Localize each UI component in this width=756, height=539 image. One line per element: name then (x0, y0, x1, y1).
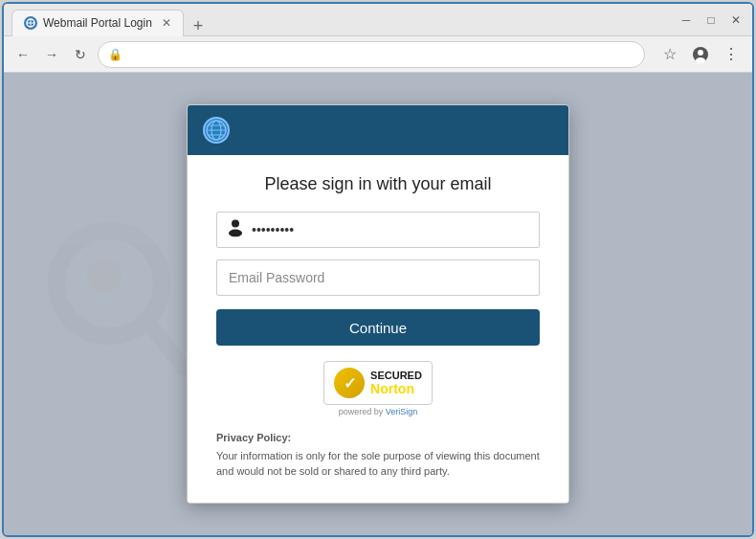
norton-badge: ✓ SECURED Norton powered by VeriSign (216, 361, 540, 416)
toolbar-right: ☆ ⋮ (656, 41, 745, 68)
email-field-container (216, 212, 540, 248)
watermark-icon (42, 207, 195, 402)
norton-brand-label: Norton (370, 381, 422, 397)
new-tab-button[interactable]: + (188, 16, 210, 36)
verisign-link: VeriSign (386, 407, 418, 416)
svg-point-7 (87, 258, 122, 293)
norton-text-block: SECURED Norton (370, 370, 422, 397)
globe-icon (203, 117, 230, 144)
page-content: RC Please sign in with your email (4, 73, 752, 535)
svg-point-15 (229, 230, 242, 237)
bookmark-button[interactable]: ☆ (656, 41, 683, 68)
person-icon (226, 218, 245, 242)
active-tab[interactable]: Webmail Portal Login ✕ (11, 10, 184, 36)
minimize-button[interactable]: ─ (678, 11, 695, 29)
privacy-body: Your information is only for the sole pu… (216, 450, 540, 478)
email-input[interactable] (216, 212, 540, 248)
password-input[interactable] (216, 259, 540, 296)
tab-close-button[interactable]: ✕ (162, 16, 171, 30)
restore-button[interactable]: □ (702, 11, 720, 29)
norton-secured-label: SECURED (370, 370, 422, 381)
svg-line-8 (149, 324, 184, 368)
menu-button[interactable]: ⋮ (718, 41, 745, 68)
norton-check-icon: ✓ (334, 368, 365, 398)
tab-title: Webmail Portal Login (43, 16, 152, 30)
forward-button[interactable]: → (40, 43, 63, 66)
account-icon (692, 46, 709, 63)
svg-point-14 (232, 220, 239, 228)
modal-header (188, 105, 568, 155)
norton-box: ✓ SECURED Norton (323, 361, 433, 405)
tab-area: Webmail Portal Login ✕ + (11, 4, 209, 36)
lock-icon: 🔒 (108, 48, 122, 61)
browser-window: Webmail Portal Login ✕ + ─ □ ✕ ← → ↻ 🔒 ☆… (2, 2, 754, 537)
tab-favicon (24, 16, 37, 30)
svg-point-4 (698, 50, 703, 56)
sign-in-title: Please sign in with your email (216, 174, 540, 194)
back-button[interactable]: ← (11, 43, 34, 66)
privacy-title: Privacy Policy: (216, 430, 540, 446)
address-bar[interactable]: 🔒 (98, 41, 645, 68)
verisign-text: powered by VeriSign (339, 407, 418, 416)
svg-point-5 (696, 57, 705, 63)
login-modal: Please sign in with your email Continue (187, 104, 569, 504)
address-bar-row: ← → ↻ 🔒 ☆ ⋮ (4, 36, 752, 73)
refresh-button[interactable]: ↻ (69, 43, 92, 66)
close-button[interactable]: ✕ (727, 11, 745, 29)
continue-button[interactable]: Continue (216, 309, 540, 346)
title-bar: Webmail Portal Login ✕ + ─ □ ✕ (4, 4, 752, 36)
window-controls: ─ □ ✕ (678, 11, 745, 29)
account-button[interactable] (687, 41, 714, 68)
modal-body: Please sign in with your email Continue (188, 155, 568, 503)
privacy-policy: Privacy Policy: Your information is only… (216, 430, 540, 480)
norton-container: ✓ SECURED Norton powered by VeriSign (323, 361, 433, 416)
